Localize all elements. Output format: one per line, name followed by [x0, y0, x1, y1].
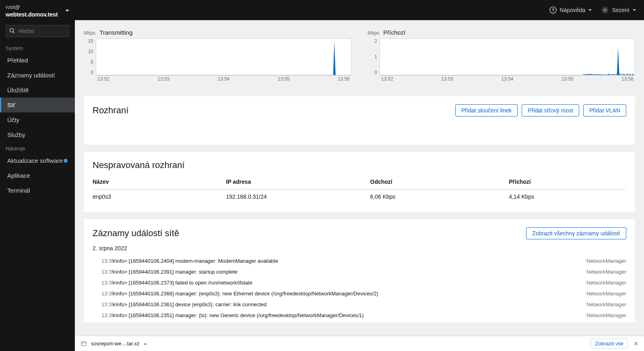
interfaces-card: Rozhraní Přidat sloučení linek Přidat sí… — [84, 96, 635, 145]
log-time: 13:35 — [93, 312, 108, 318]
chart-unit: Mbps — [367, 30, 379, 36]
log-row[interactable]: 13:35<info> [1659440106.2361] device (en… — [93, 299, 626, 310]
log-time: 13:35 — [93, 280, 108, 286]
add-vlan-button[interactable]: Přidat VLAN — [583, 104, 626, 116]
sidebar-item-storage[interactable]: Úložiště — [0, 83, 75, 98]
download-bar: sosreport-we....tar.xz Zobrazit vše ✕ — [75, 336, 644, 351]
unmanaged-interfaces-card: Nespravovaná rozhraní Název IP adresa Od… — [84, 152, 635, 212]
svg-rect-5 — [81, 342, 86, 346]
col-out: Odchozí — [370, 174, 509, 189]
host-name: webtest.domov.test — [6, 11, 58, 18]
sidebar: root@ webtest.domov.test Systém Přehled … — [0, 0, 75, 351]
svg-line-1 — [13, 32, 15, 33]
log-time: 13:35 — [93, 258, 108, 264]
sidebar-item-label: Přehled — [7, 57, 28, 64]
search-input[interactable] — [6, 25, 69, 37]
sidebar-item-services[interactable]: Služby — [0, 127, 75, 142]
table-row[interactable]: enp0s3192.168.0.31/246,06 Kbps4,14 Kbps — [93, 189, 626, 204]
host-user: root@ — [6, 4, 58, 10]
help-label: Nápověda — [560, 7, 586, 13]
topbar: ? Nápověda Sezení — [75, 0, 644, 20]
log-source: NetworkManager — [586, 269, 626, 275]
log-message: <info> [1659440106.2351] manager: (lo): … — [113, 312, 582, 318]
download-filename: sosreport-we....tar.xz — [91, 341, 140, 347]
log-row[interactable]: 13:35<info> [1659440106.2373] failed to … — [93, 277, 626, 288]
chart-unit: Mbps — [84, 30, 95, 36]
sidebar-item-label: Záznamy událostí — [7, 72, 55, 79]
sidebar-item-label: Síť — [7, 102, 15, 108]
close-icon[interactable]: ✕ — [634, 341, 638, 347]
chevron-down-icon — [588, 9, 592, 11]
log-row[interactable]: 13:35<info> [1659440106.2366] manager: (… — [93, 288, 626, 299]
logs-date: 2. srpna 2022 — [93, 245, 626, 251]
sidebar-item-overview[interactable]: Přehled — [0, 53, 75, 68]
log-row[interactable]: 13:35<info> [1659440106.2351] manager: (… — [93, 310, 626, 321]
archive-icon — [80, 341, 87, 347]
cell-in: 4,14 Kbps — [509, 189, 626, 204]
log-source: NetworkManager — [586, 291, 626, 297]
log-message: <info> [1659440106.2391] manager: startu… — [113, 269, 582, 275]
log-source: NetworkManager — [586, 301, 626, 307]
log-message: <info> [1659440106.2404] modem-manager: … — [113, 258, 582, 264]
card-title: Nespravovaná rozhraní — [93, 160, 626, 170]
sidebar-item-label: Účty — [7, 116, 19, 123]
log-source: NetworkManager — [586, 312, 626, 318]
sidebar-item-apps[interactable]: Aplikace — [0, 168, 75, 183]
nav-section-system: Systém — [0, 42, 75, 53]
card-title: Rozhraní — [93, 105, 128, 116]
col-name: Název — [93, 174, 226, 189]
sidebar-item-logs[interactable]: Záznamy událostí — [0, 68, 75, 83]
col-ip: IP adresa — [226, 174, 370, 189]
sidebar-item-terminal[interactable]: Terminál — [0, 183, 75, 198]
log-time: 13:35 — [93, 269, 108, 275]
rx-chart: Mbps Příchozí 210 13:5213:5313:5413:5513… — [367, 29, 635, 83]
plot-area — [380, 38, 635, 75]
download-item[interactable]: sosreport-we....tar.xz — [80, 341, 147, 347]
sidebar-item-label: Terminál — [7, 187, 30, 194]
x-axis: 13:5213:5313:5413:5513:56 — [96, 75, 351, 82]
sidebar-item-label: Úložiště — [7, 87, 29, 93]
svg-text:?: ? — [551, 8, 554, 12]
y-axis: 151050 — [84, 38, 96, 83]
sidebar-item-label: Služby — [7, 131, 25, 138]
chevron-down-icon — [65, 10, 69, 12]
log-source: NetworkManager — [586, 280, 626, 286]
host-selector[interactable]: root@ webtest.domov.test — [0, 0, 75, 21]
sidebar-item-label: Aktualizace software — [7, 157, 63, 164]
log-message: <info> [1659440106.2373] failed to open … — [113, 280, 582, 286]
card-title: Záznamy událostí sítě — [93, 228, 179, 239]
tx-chart: Mbps Transmitting 151050 13:5213:5313:54… — [84, 29, 351, 83]
help-menu[interactable]: ? Nápověda — [549, 6, 592, 14]
sidebar-item-accounts[interactable]: Účty — [0, 112, 75, 127]
log-time: 13:35 — [93, 291, 108, 297]
log-row[interactable]: 13:35<info> [1659440106.2391] manager: s… — [93, 266, 626, 277]
add-bond-button[interactable]: Přidat sloučení linek — [455, 104, 518, 116]
gear-icon — [601, 6, 609, 14]
chevron-down-icon — [633, 9, 636, 11]
help-icon: ? — [549, 6, 557, 14]
chevron-up-icon — [144, 343, 147, 345]
plot-area — [96, 38, 351, 75]
cell-out: 6,06 Kbps — [370, 189, 509, 204]
y-axis: 210 — [367, 38, 380, 83]
view-all-logs-button[interactable]: Zobrazit všechny záznamy událostí — [526, 227, 626, 239]
sidebar-item-network[interactable]: Síť — [0, 98, 75, 112]
show-all-downloads-button[interactable]: Zobrazit vše — [590, 339, 628, 349]
x-axis: 13:5213:5313:5413:5513:56 — [380, 75, 635, 82]
cell-name: enp0s3 — [93, 189, 226, 204]
col-in: Příchozí — [509, 174, 626, 189]
log-time: 13:35 — [93, 301, 108, 307]
sidebar-item-updates[interactable]: Aktualizace software — [0, 153, 75, 168]
log-row[interactable]: 13:35<info> [1659440106.2404] modem-mana… — [93, 255, 626, 266]
network-logs-card: Záznamy událostí sítě Zobrazit všechny z… — [84, 219, 635, 322]
svg-point-0 — [10, 29, 14, 32]
add-bridge-button[interactable]: Přidat síťový most — [522, 104, 579, 116]
unmanaged-table: Název IP adresa Odchozí Příchozí enp0s31… — [93, 174, 626, 204]
nav-section-tools: Nástroje — [0, 142, 75, 153]
sidebar-item-label: Aplikace — [7, 172, 30, 179]
session-label: Sezení — [612, 7, 630, 13]
log-message: <info> [1659440106.2361] device (enp0s3)… — [113, 301, 582, 307]
chart-title: Transmitting — [99, 29, 132, 36]
session-menu[interactable]: Sezení — [601, 6, 636, 14]
search-icon — [9, 28, 15, 33]
